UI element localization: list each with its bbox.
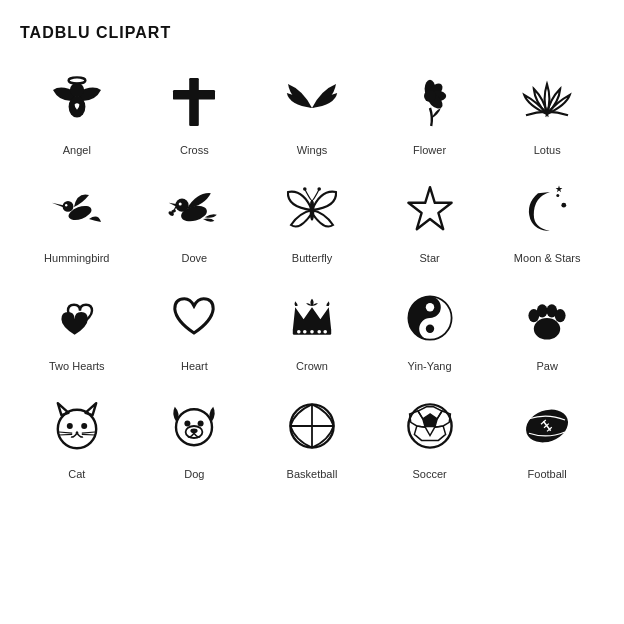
list-item: Two Hearts	[20, 276, 134, 376]
svg-rect-4	[173, 90, 215, 100]
svg-point-31	[425, 325, 433, 333]
flower-label: Flower	[413, 144, 446, 156]
list-item: Dove	[138, 168, 252, 268]
svg-marker-55	[414, 426, 445, 440]
lotus-icon	[511, 66, 583, 138]
svg-point-2	[70, 83, 84, 97]
dove-icon	[158, 174, 230, 246]
svg-point-26	[310, 330, 314, 334]
list-item: Star	[373, 168, 487, 268]
svg-point-12	[65, 204, 67, 206]
list-item: Moon & Stars	[490, 168, 604, 268]
angel-label: Angel	[63, 144, 91, 156]
svg-point-28	[323, 330, 327, 334]
list-item: Lotus	[490, 60, 604, 160]
star-icon	[394, 174, 466, 246]
crown-label: Crown	[296, 360, 328, 372]
yin-yang-label: Yin-Yang	[408, 360, 452, 372]
svg-point-24	[297, 330, 301, 334]
hummingbird-label: Hummingbird	[44, 252, 109, 264]
moon-stars-label: Moon & Stars	[514, 252, 581, 264]
svg-point-36	[555, 309, 566, 322]
list-item: Angel	[20, 60, 134, 160]
cross-icon	[158, 66, 230, 138]
svg-point-45	[185, 421, 191, 427]
svg-point-27	[317, 330, 321, 334]
crown-icon	[276, 282, 348, 354]
wings-icon	[276, 66, 348, 138]
svg-point-25	[303, 330, 307, 334]
dog-icon	[158, 390, 230, 462]
list-item: Wings	[255, 60, 369, 160]
svg-point-14	[176, 199, 189, 212]
football-icon	[511, 390, 583, 462]
list-item: Cat	[20, 384, 134, 484]
list-item: Football	[490, 384, 604, 484]
list-item: Dog	[138, 384, 252, 484]
svg-line-42	[82, 432, 95, 433]
page-title: TADBLU CLIPART	[20, 24, 604, 42]
lotus-label: Lotus	[534, 144, 561, 156]
flower-icon	[394, 66, 466, 138]
svg-line-43	[82, 434, 95, 435]
list-item: Yin-Yang	[373, 276, 487, 376]
list-item: Butterfly	[255, 168, 369, 268]
cat-label: Cat	[68, 468, 85, 480]
svg-point-21	[562, 203, 567, 208]
heart-icon	[158, 282, 230, 354]
svg-point-18	[310, 199, 315, 221]
list-item: Basketball	[255, 384, 369, 484]
svg-point-44	[176, 409, 212, 445]
two-hearts-icon	[41, 282, 113, 354]
svg-point-39	[81, 423, 87, 429]
butterfly-label: Butterfly	[292, 252, 332, 264]
heart-label: Heart	[181, 360, 208, 372]
dove-label: Dove	[182, 252, 208, 264]
hummingbird-icon	[41, 174, 113, 246]
two-hearts-label: Two Hearts	[49, 360, 105, 372]
svg-point-11	[62, 201, 73, 212]
yin-yang-icon	[394, 282, 466, 354]
football-label: Football	[528, 468, 567, 480]
paw-icon	[511, 282, 583, 354]
svg-point-30	[425, 303, 433, 311]
svg-point-9	[424, 90, 436, 102]
list-item: Cross	[138, 60, 252, 160]
angel-icon	[41, 66, 113, 138]
svg-point-46	[198, 421, 204, 427]
svg-point-48	[191, 428, 198, 433]
svg-point-20	[317, 187, 321, 191]
list-item: Heart	[138, 276, 252, 376]
moon-stars-icon	[511, 174, 583, 246]
list-item: Hummingbird	[20, 168, 134, 268]
svg-point-19	[303, 187, 307, 191]
soccer-label: Soccer	[412, 468, 446, 480]
svg-rect-3	[190, 78, 200, 126]
star-label: Star	[420, 252, 440, 264]
cross-label: Cross	[180, 144, 209, 156]
clipart-grid: Angel Cross Wings	[20, 60, 604, 484]
butterfly-icon	[276, 174, 348, 246]
svg-marker-53	[409, 411, 425, 427]
list-item: Paw	[490, 276, 604, 376]
soccer-icon	[394, 390, 466, 462]
list-item: Crown	[255, 276, 369, 376]
basketball-icon	[276, 390, 348, 462]
svg-point-22	[556, 194, 559, 197]
basketball-label: Basketball	[287, 468, 338, 480]
svg-marker-54	[434, 411, 450, 427]
svg-point-0	[68, 77, 85, 83]
svg-point-34	[537, 304, 548, 317]
paw-label: Paw	[536, 360, 557, 372]
svg-point-32	[534, 318, 560, 340]
dog-label: Dog	[184, 468, 204, 480]
page: TADBLU CLIPART An	[0, 0, 624, 504]
wings-label: Wings	[297, 144, 328, 156]
svg-point-38	[67, 423, 73, 429]
svg-line-40	[59, 432, 72, 433]
list-item: Flower	[373, 60, 487, 160]
list-item: Soccer	[373, 384, 487, 484]
svg-point-15	[179, 203, 182, 206]
cat-icon	[41, 390, 113, 462]
svg-line-41	[59, 434, 72, 435]
